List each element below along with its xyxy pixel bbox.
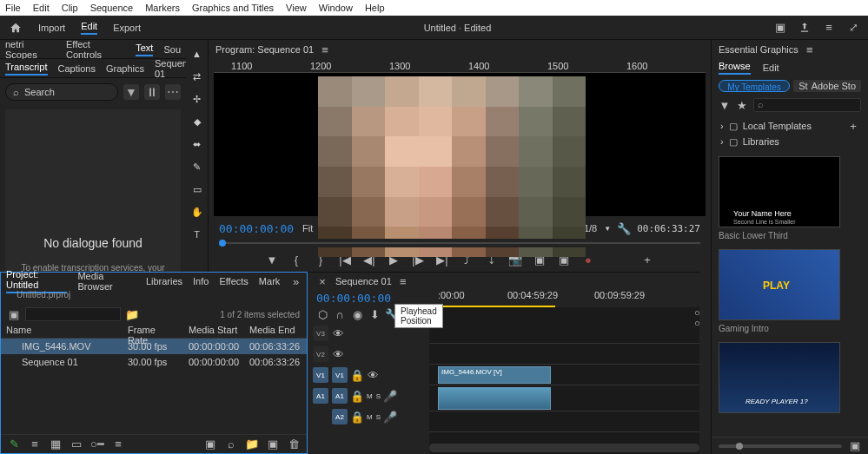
eg-zoom-slider[interactable] — [719, 444, 842, 448]
slip-tool-icon[interactable]: ⬌ — [190, 137, 204, 151]
table-row[interactable]: IMG_5446.MOV 30.00 fps 00:00:00:00 00:06… — [1, 339, 307, 354]
tab-libraries[interactable]: Libraries — [146, 276, 182, 286]
subtab-graphics[interactable]: Graphics — [106, 63, 144, 74]
pause-icon[interactable]: ⏸ — [144, 84, 160, 100]
panel-menu-icon[interactable]: ≡ — [397, 275, 409, 287]
solo-icon[interactable]: S — [376, 392, 381, 400]
table-row[interactable]: Sequence 01 30.00 fps 00:00:00:00 00:06:… — [1, 354, 307, 370]
bin-folder-icon[interactable]: 📁 — [126, 308, 138, 320]
workspace-export[interactable]: Export — [113, 23, 141, 33]
track-a2-label[interactable]: A2 — [332, 409, 348, 424]
workspace-edit[interactable]: Edit — [81, 21, 97, 35]
tab-text[interactable]: Text — [136, 43, 153, 56]
zoom-slider-icon[interactable]: ○━ — [91, 438, 103, 451]
bin-icon[interactable]: ▣ — [8, 308, 20, 320]
quick-export-icon[interactable]: ▣ — [774, 22, 786, 34]
find-icon[interactable]: ⌕ — [225, 438, 237, 451]
mute-icon[interactable]: M — [367, 413, 373, 421]
nest-icon[interactable]: ⬡ — [316, 308, 328, 320]
col-framerate[interactable]: Frame Rate — [123, 323, 183, 338]
col-mediastart[interactable]: Media Start — [183, 323, 244, 338]
ripple-edit-icon[interactable]: ✢ — [190, 92, 204, 106]
tab-media-browser[interactable]: Media Browser — [77, 271, 135, 292]
tab-info[interactable]: Info — [193, 276, 209, 286]
sort-icon[interactable]: ≡ — [112, 438, 124, 451]
track-v3-label[interactable]: V3 — [313, 326, 328, 341]
voice-icon[interactable]: 🎤 — [384, 390, 396, 402]
fit-dropdown[interactable]: Fit — [302, 223, 313, 234]
wrench-icon[interactable]: 🔧 — [618, 222, 630, 234]
transcript-search[interactable]: ⌕Search — [5, 83, 118, 101]
lock-icon[interactable]: 🔒 — [351, 411, 363, 423]
tree-local-templates[interactable]: ›▢Local Templates+ — [712, 118, 868, 134]
col-name[interactable]: Name — [1, 323, 123, 338]
write-icon[interactable]: ✎ — [8, 438, 20, 451]
menu-help[interactable]: Help — [365, 3, 385, 13]
favorite-icon[interactable]: ★ — [736, 99, 748, 111]
in-icon[interactable]: { — [290, 253, 302, 266]
track-a1[interactable] — [429, 385, 699, 411]
link-sel-icon[interactable]: ◉ — [351, 308, 363, 320]
menu-view[interactable]: View — [286, 3, 307, 13]
toggle-output-icon[interactable]: 👁 — [367, 369, 379, 381]
automate-icon[interactable]: ▣ — [204, 438, 216, 451]
selection-tool-icon[interactable]: ▲ — [190, 47, 204, 61]
track-zoom[interactable]: ○○ — [694, 307, 706, 328]
menu-edit[interactable]: Edit — [33, 3, 50, 13]
panel-menu-icon[interactable]: ≡ — [804, 43, 816, 56]
timeline-ruler[interactable]: :00:00 00:04:59:29 00:09:59:29 — [429, 290, 699, 307]
hand-tool-icon[interactable]: ✋ — [190, 205, 204, 219]
eg-search-input[interactable] — [753, 98, 861, 112]
eg-tab-edit[interactable]: Edit — [763, 63, 779, 73]
track-v1[interactable]: IMG_5446.MOV [V] — [429, 365, 699, 385]
template-thumb[interactable]: READY PLAYER 1? — [719, 342, 861, 413]
eg-new-icon[interactable]: ▣ — [849, 440, 861, 452]
menu-file[interactable]: File — [5, 3, 21, 13]
fullscreen-icon[interactable]: ⤢ — [847, 22, 859, 34]
eg-tab-browse[interactable]: Browse — [719, 61, 751, 75]
tab-lumetri[interactable]: netri Scopes — [5, 39, 56, 60]
toggle-output-icon[interactable]: 👁 — [332, 348, 344, 360]
scale-label[interactable]: 1/8 — [584, 223, 597, 234]
snap-icon[interactable]: ∩ — [334, 308, 346, 320]
project-search-input[interactable] — [25, 307, 121, 321]
track-v2-label[interactable]: V2 — [313, 346, 328, 362]
mute-icon[interactable]: M — [367, 392, 373, 400]
menu-markers[interactable]: Markers — [145, 3, 180, 13]
type-tool-icon[interactable]: T — [190, 227, 204, 241]
progress-slider[interactable] — [219, 239, 700, 247]
subtab-transcript[interactable]: Transcript — [5, 62, 48, 76]
workspace-menu-icon[interactable]: ≡ — [823, 22, 835, 34]
voice-icon[interactable]: 🎤 — [384, 411, 396, 423]
menu-bar[interactable]: File Edit Clip Sequence Markers Graphics… — [0, 0, 868, 16]
tab-markers[interactable]: Mark — [259, 276, 280, 286]
share-icon[interactable] — [798, 22, 811, 34]
new-item-icon[interactable]: ▣ — [267, 438, 279, 451]
filter-funnel-icon[interactable]: ▼ — [719, 99, 731, 111]
more-icon[interactable]: ⋯ — [165, 84, 181, 100]
audio-clip[interactable] — [438, 387, 551, 410]
tab-effects[interactable]: Effects — [219, 276, 248, 286]
panel-menu-icon[interactable]: ≡ — [319, 43, 331, 56]
track-v1-src[interactable]: V1 — [313, 367, 328, 383]
track-a1-src[interactable]: A1 — [313, 388, 328, 404]
track-v3[interactable] — [429, 323, 699, 344]
toggle-output-icon[interactable]: 👁 — [332, 327, 344, 339]
tab-source[interactable]: Sou — [163, 44, 181, 55]
my-templates-button[interactable]: My Templates — [719, 80, 790, 92]
marker-icon[interactable]: ▼ — [266, 253, 278, 266]
filter-icon[interactable]: ▼ — [123, 84, 139, 100]
icon-view-icon[interactable]: ▦ — [50, 438, 62, 451]
freeform-icon[interactable]: ▭ — [70, 438, 83, 451]
timecode-current[interactable]: 00:00:00:00 — [219, 222, 294, 235]
rectangle-tool-icon[interactable]: ▭ — [190, 182, 204, 196]
tab-effect-controls[interactable]: Effect Controls — [66, 39, 125, 60]
button-editor-icon[interactable]: + — [641, 253, 653, 266]
menu-sequence[interactable]: Sequence — [90, 3, 134, 13]
adobe-stock-button[interactable]: StAdobe Sto — [793, 80, 861, 92]
track-a1-label[interactable]: A1 — [332, 388, 348, 404]
delete-icon[interactable]: 🗑 — [288, 438, 300, 451]
menu-clip[interactable]: Clip — [62, 3, 78, 13]
panel-menu-icon[interactable]: » — [290, 275, 301, 287]
track-select-icon[interactable]: ⇄ — [190, 69, 204, 83]
